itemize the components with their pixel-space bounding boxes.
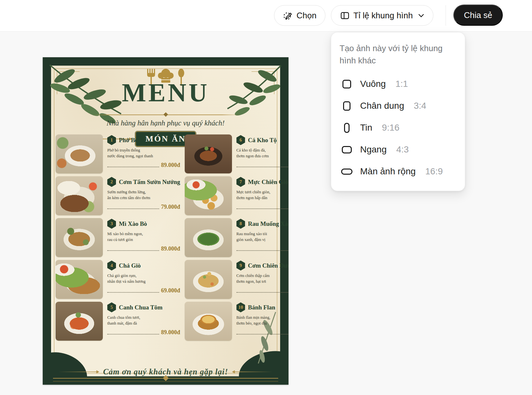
item-name: Rau Muống Xào Tỏi: [248, 220, 288, 227]
footer-arrow-line: [58, 372, 99, 372]
item-number-badge: 4: [107, 261, 116, 271]
item-description: Cá kho tộ đậm đà,thơm ngon đưa cơm: [236, 147, 288, 159]
item-number-badge: 9: [236, 261, 245, 271]
dish-photo-com-tam: [56, 176, 103, 215]
square-ratio-icon: [340, 80, 354, 88]
select-button[interactable]: Chọn: [274, 5, 325, 26]
dish-photo-cha-gio: [56, 260, 103, 299]
item-price: 89.000đ: [161, 329, 180, 336]
dotted-leader: [236, 250, 288, 251]
menu-item-ca-kho-to: 6 Cá Kho Tộ Cá kho tộ đậm đà,thơm ngon đ…: [185, 134, 288, 176]
item-description: Sườn nướng thơm lừng,ăn kèm cơm tấm dẻo …: [107, 189, 180, 201]
dotted-leader: [107, 250, 159, 251]
dotted-leader: [236, 334, 288, 335]
item-description: Cơm chiên thập cẩmthơm ngon, hạt tơi: [236, 273, 288, 284]
item-description: Chả giò giòn rụm,nhân thịt và nấm hương: [107, 273, 180, 284]
item-number-badge: 10: [236, 302, 245, 312]
aspect-ratio-button[interactable]: Tỉ lệ khung hình: [331, 5, 433, 26]
aspect-option-landscape[interactable]: Ngang 4:3: [340, 139, 457, 161]
item-name: Mì Xào Bò: [119, 220, 147, 227]
item-name: Bánh Flan: [248, 304, 275, 311]
item-price: 79.000đ: [161, 204, 180, 210]
menu-item-canh-chua-tom: 5 Canh Chua Tôm Canh chua tôm tươi,thanh…: [56, 302, 180, 344]
select-button-label: Chọn: [297, 11, 316, 21]
item-name: Phở Bò: [119, 137, 138, 144]
generated-menu-image[interactable]: MENU Nhà hàng hân hạnh phục vụ quý khách…: [43, 57, 288, 385]
item-number-badge: 8: [236, 219, 245, 229]
toolbar-divider: [446, 5, 446, 26]
toolbar: Chọn Tỉ lệ khung hình Chia sẻ: [0, 0, 532, 32]
menu-title: MENU: [51, 78, 280, 107]
dotted-leader: [236, 292, 288, 293]
menu-item-com-chien: 9 Cơm Chiên Dương Châu Cơm chiên thập cẩ…: [185, 260, 288, 302]
dotted-leader: [236, 208, 288, 209]
header-divider: [92, 115, 240, 115]
item-description: Mực tươi chiên giòn,thơm ngon hấp dẫn: [236, 189, 288, 201]
menu-item-banh-flan: 10 Bánh Flan Bánh flan mịn màng,thơm béo…: [185, 302, 288, 344]
portrait-ratio-icon: [340, 101, 354, 111]
menu-item-muc-chien-gion: 7 Mực Chiên Giòn Mực tươi chiên giòn,thơ…: [185, 176, 288, 218]
item-name: Cá Kho Tộ: [248, 137, 277, 144]
dish-photo-com-chien: [185, 260, 232, 299]
item-price: 89.000đ: [161, 162, 180, 169]
dish-photo-pho-bo: [56, 134, 103, 173]
dotted-leader: [107, 167, 159, 167]
item-number-badge: 3: [107, 219, 116, 229]
aspect-option-widescreen[interactable]: Màn ảnh rộng 16:9: [340, 161, 457, 182]
aspect-ratio-icon: [340, 11, 350, 20]
item-name: Cơm Tấm Sườn Nướng: [119, 179, 180, 186]
dotted-leader: [107, 292, 159, 293]
footer-arrow-line: [233, 372, 273, 372]
dotted-leader: [107, 334, 159, 335]
dish-photo-banh-flan: [185, 302, 232, 341]
item-price: 89.000đ: [161, 245, 180, 252]
aspect-ratio-button-label: Tỉ lệ khung hình: [353, 11, 413, 21]
dotted-leader: [236, 167, 288, 167]
bottom-gold-band: [53, 378, 278, 381]
menu-item-pho-bo: 1 Phở Bò Phở bò truyền thốngnước dùng tr…: [56, 134, 180, 176]
widescreen-ratio-icon: [340, 169, 354, 175]
item-price: 69.000đ: [161, 287, 180, 294]
landscape-ratio-icon: [340, 146, 354, 153]
dish-photo-muc-chien-gion: [185, 176, 232, 215]
item-description: Phở bò truyền thốngnước dùng trong, ngọt…: [107, 147, 180, 159]
menu-items-grid: 1 Phở Bò Phở bò truyền thốngnước dùng tr…: [56, 134, 276, 344]
menu-sheet: MENU Nhà hàng hân hạnh phục vụ quý khách…: [51, 66, 280, 376]
item-name: Canh Chua Tôm: [119, 304, 163, 311]
dish-photo-rau-muong: [185, 218, 232, 257]
menu-item-com-tam: 2 Cơm Tấm Sườn Nướng Sườn nướng thơm lừn…: [56, 176, 180, 218]
aspect-option-story[interactable]: Tin 9:16: [340, 117, 457, 139]
aspect-menu-title: Tạo ảnh này với tỷ lệ khung hình khác: [340, 42, 454, 67]
item-name: Cơm Chiên Dương Châu: [248, 262, 288, 269]
share-button-label: Chia sẻ: [464, 10, 492, 20]
pen-lasso-icon: [283, 11, 293, 20]
menu-item-cha-gio: 4 Chả Giò Chả giò giòn rụm,nhân thịt và …: [56, 260, 180, 302]
item-description: Canh chua tôm tươi,thanh mát, đậm đà: [107, 315, 180, 326]
item-name: Mực Chiên Giòn: [248, 179, 288, 186]
aspect-ratio-menu: Tạo ảnh này với tỷ lệ khung hình khác Vu…: [331, 32, 465, 191]
dotted-leader: [107, 208, 159, 209]
story-ratio-icon: [340, 123, 354, 133]
aspect-option-square[interactable]: Vuông 1:1: [340, 73, 457, 95]
item-number-badge: 5: [107, 302, 116, 312]
share-button[interactable]: Chia sẻ: [453, 5, 503, 26]
dish-photo-ca-kho-to: [185, 134, 232, 173]
aspect-option-list: Vuông 1:1 Chân dung 3:4 Tin 9:16 Ngang 4…: [340, 73, 457, 182]
aspect-option-portrait[interactable]: Chân dung 3:4: [340, 95, 457, 117]
item-number-badge: 6: [236, 135, 245, 145]
chevron-down-icon: [418, 14, 424, 18]
item-description: Mì xào bò mềm ngon,rau củ tươi giòn: [107, 231, 180, 243]
item-number-badge: 1: [107, 135, 116, 145]
item-description: Bánh flan mịn màng,thơm béo, ngọt dịu: [236, 315, 288, 326]
dish-photo-mi-xao-bo: [56, 218, 103, 257]
item-number-badge: 2: [107, 177, 116, 187]
item-name: Chả Giò: [119, 262, 141, 269]
menu-item-rau-muong: 8 Rau Muống Xào Tỏi Rau muống xào tỏigiò…: [185, 218, 288, 260]
item-number-badge: 7: [236, 177, 245, 187]
item-description: Rau muống xào tỏigiòn xanh, đậm vị: [236, 231, 288, 243]
dish-photo-canh-chua-tom: [56, 302, 103, 341]
menu-tagline: Nhà hàng hân hạnh phục vụ quý khách!: [51, 119, 280, 127]
menu-item-mi-xao-bo: 3 Mì Xào Bò Mì xào bò mềm ngon,rau củ tư…: [56, 218, 180, 260]
